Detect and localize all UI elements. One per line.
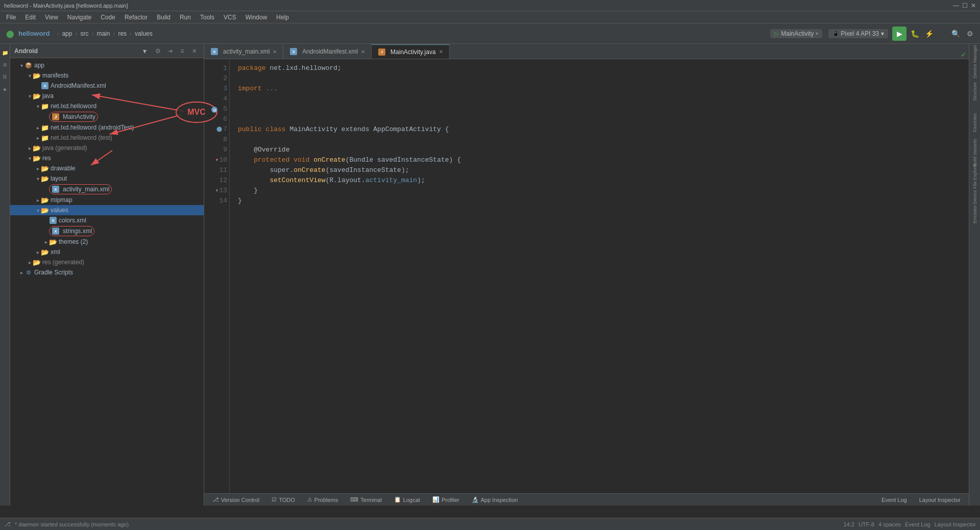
tab-close-androidmanifest[interactable]: ✕ — [361, 49, 365, 55]
bottom-tab-todo[interactable]: ☑ TODO — [267, 495, 299, 504]
tab-close-activity-main[interactable]: ✕ — [273, 49, 277, 55]
tree-item-xml[interactable]: ▸ 📂 xml — [10, 247, 204, 257]
toolbar-path-src[interactable]: src — [80, 30, 88, 37]
tab-close-mainactivity[interactable]: ✕ — [439, 49, 443, 55]
tree-item-manifests[interactable]: ▾ 📂 manifests — [10, 70, 204, 81]
bottom-tab-event-log[interactable]: Event Log — [877, 496, 911, 504]
menu-file[interactable]: File — [2, 13, 20, 22]
tree-item-gradle-scripts[interactable]: ▸ ⚙ Gradle Scripts — [10, 267, 204, 277]
bottom-tab-profiler[interactable]: 📊 Profiler — [428, 495, 463, 504]
tree-item-res-generated[interactable]: ▸ 📂 res (generated) — [10, 257, 204, 267]
status-cursor-position[interactable]: 14:2 — [843, 521, 854, 527]
menu-window[interactable]: Window — [241, 13, 272, 22]
menu-navigate[interactable]: Navigate — [63, 13, 95, 22]
tree-item-layout[interactable]: ▾ 📂 layout — [10, 173, 204, 184]
tree-item-androidmanifest[interactable]: X AndroidManifest.xml — [10, 81, 204, 91]
window-controls[interactable]: — ☐ ✕ — [953, 2, 976, 9]
tab-label-androidmanifest: AndroidManifest.xml — [302, 48, 358, 55]
device-dropdown-icon[interactable]: ▾ — [881, 30, 884, 37]
attach-button[interactable]: ⚡ — [923, 28, 935, 40]
sidebar-dropdown-icon[interactable]: ▾ — [138, 45, 151, 57]
code-line-6 — [238, 114, 961, 124]
bottom-tab-terminal[interactable]: ⌨ Terminal — [346, 495, 386, 504]
code-editor[interactable]: package net.lxd.helloword; import ... pu… — [230, 59, 969, 493]
right-panel-device-manager[interactable]: Device Manager — [970, 46, 979, 77]
status-layout-inspector[interactable]: Layout Inspector — [935, 521, 976, 527]
tree-item-activity-main-xml[interactable]: X activity_main.xml — [10, 184, 204, 195]
tree-item-package-main[interactable]: ▾ 📁 net.lxd.helloword — [10, 101, 204, 111]
tree-item-strings-xml[interactable]: X strings.xml — [10, 225, 204, 237]
tree-label-res: res — [42, 155, 51, 162]
code-line-4 — [238, 94, 961, 104]
close-button[interactable]: ✕ — [971, 2, 976, 9]
sidebar-collapse-icon[interactable]: ⇥ — [165, 46, 175, 56]
toolbar-path-app[interactable]: app — [62, 30, 72, 37]
maximize-button[interactable]: ☐ — [962, 2, 968, 9]
tree-item-themes[interactable]: ▸ 📂 themes (2) — [10, 237, 204, 247]
status-git-icon[interactable]: ⎇ — [4, 521, 11, 527]
tab-androidmanifest-xml[interactable]: X AndroidManifest.xml ✕ — [283, 44, 372, 59]
tree-item-package-test[interactable]: ▸ 📁 net.lxd.helloword (test) — [10, 133, 204, 143]
menu-run[interactable]: Run — [176, 13, 195, 22]
toolbar-path-main[interactable]: main — [96, 30, 110, 37]
device-selector[interactable]: 📱 Pixel 4 API 33 ▾ — [828, 29, 888, 38]
left-icon-structure[interactable]: ⊞ — [1, 60, 10, 69]
run-config-dropdown-icon[interactable]: ▾ — [816, 31, 818, 36]
toolbar-icon-sync[interactable]: ⬤ — [4, 28, 16, 40]
bottom-tab-logcat[interactable]: 📋 Logcat — [390, 495, 424, 504]
bottom-tab-label-profiler: Profiler — [442, 497, 459, 503]
right-panel-emulator[interactable]: Emulator — [970, 199, 979, 230]
menu-view[interactable]: View — [41, 13, 62, 22]
menu-bar: File Edit View Navigate Code Refactor Bu… — [0, 11, 980, 23]
editor-check-icon[interactable]: ✓ — [961, 51, 967, 59]
right-panel-device-file-explorer[interactable]: Device File Explorer — [970, 168, 979, 199]
menu-refactor[interactable]: Refactor — [120, 13, 152, 22]
tree-item-values[interactable]: ▾ 📂 values — [10, 205, 204, 215]
sidebar-gear-icon[interactable]: ⚙ — [153, 46, 163, 56]
menu-build[interactable]: Build — [153, 13, 175, 22]
tree-item-package-androidtest[interactable]: ▸ 📁 net.lxd.helloword (androidTest) — [10, 122, 204, 133]
minimize-button[interactable]: — — [953, 2, 959, 9]
status-event-log[interactable]: Event Log — [905, 521, 930, 527]
package-icon: 📁 — [41, 134, 49, 142]
menu-edit[interactable]: Edit — [21, 13, 40, 22]
tree-item-res[interactable]: ▾ 📂 res — [10, 153, 204, 163]
toolbar-path-values[interactable]: values — [135, 30, 153, 37]
tree-item-drawable[interactable]: ▸ 📂 drawable — [10, 163, 204, 173]
left-icon-project[interactable]: 📁 — [1, 48, 10, 57]
tree-item-java[interactable]: ▾ 📂 java — [10, 91, 204, 101]
menu-tools[interactable]: Tools — [196, 13, 218, 22]
tree-item-mainactivity[interactable]: J MainActivity — [10, 111, 204, 122]
bottom-tab-problems[interactable]: ⚠ Problems — [303, 495, 342, 504]
left-icon-bookmark[interactable]: ★ — [1, 85, 10, 94]
tab-activity-main-xml[interactable]: X activity_main.xml ✕ — [204, 44, 283, 59]
sidebar-sort-icon[interactable]: ≡ — [177, 46, 187, 56]
menu-vcs[interactable]: VCS — [219, 13, 240, 22]
menu-help[interactable]: Help — [272, 13, 293, 22]
left-icon-resource[interactable]: R — [1, 72, 10, 82]
bottom-tab-layout-inspector[interactable]: Layout Inspector — [915, 496, 965, 504]
run-config-selector[interactable]: ▷ MainActivity ▾ — [770, 29, 822, 38]
bottom-tab-app-inspection[interactable]: 🔬 App Inspection — [468, 495, 522, 504]
bottom-tab-version-control[interactable]: ⎇ Version Control — [208, 495, 263, 504]
tree-item-colors-xml[interactable]: X colors.xml — [10, 215, 204, 225]
sidebar-close-icon[interactable]: ✕ — [189, 46, 200, 56]
tree-label-java-generated: java (generated) — [42, 144, 87, 152]
run-button[interactable]: ▶ — [892, 27, 906, 41]
right-panel-structure[interactable]: Structure — [970, 77, 979, 107]
settings-button[interactable]: ⚙ — [964, 28, 976, 40]
strings-xml-highlight: X strings.xml — [49, 226, 94, 236]
debug-button[interactable]: 🐛 — [909, 28, 921, 40]
tree-item-mipmap[interactable]: ▸ 📂 mipmap — [10, 195, 204, 205]
status-encoding[interactable]: UTF-8 — [859, 521, 874, 527]
tab-mainactivity-java[interactable]: J MainActivity.java ✕ — [372, 44, 449, 59]
right-panel-favorites[interactable]: Favorites — [970, 107, 979, 138]
menu-code[interactable]: Code — [96, 13, 119, 22]
tree-item-app[interactable]: ▾ 📦 app — [10, 60, 204, 70]
toolbar-path-res[interactable]: res — [118, 30, 127, 37]
logcat-icon: 📋 — [394, 496, 401, 503]
search-button[interactable]: 🔍 — [949, 28, 962, 40]
tree-item-java-generated[interactable]: ▸ 📂 java (generated) — [10, 143, 204, 153]
tree-label-manifests: manifests — [42, 72, 68, 79]
status-indent[interactable]: 4 spaces — [878, 521, 901, 527]
